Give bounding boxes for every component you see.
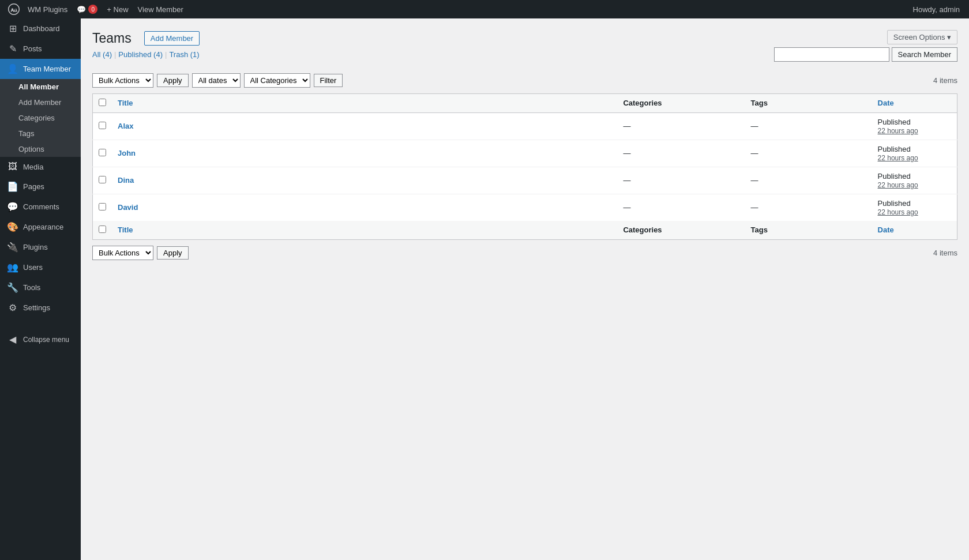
sidebar-item-pages[interactable]: 📄 Pages	[0, 176, 81, 197]
row-date-cell: Published 22 hours ago	[872, 140, 957, 167]
row-title-link[interactable]: Alax	[118, 122, 133, 130]
sidebar-item-users[interactable]: 👥 Users	[0, 257, 81, 277]
row-date-status: Published	[878, 118, 911, 126]
row-checkbox[interactable]	[99, 122, 106, 129]
page-header-left: Teams Add Member	[92, 30, 200, 47]
layout: ⊞ Dashboard ✎ Posts 👤 Team Member All Me…	[0, 18, 969, 560]
row-checkbox[interactable]	[99, 176, 106, 183]
members-table: Title Categories Tags Date	[92, 93, 957, 240]
table-row: John — — Published 22 hours ago	[93, 140, 957, 167]
published-filter-link[interactable]: Published (4)	[118, 50, 163, 59]
row-date-status: Published	[878, 145, 911, 153]
categories-filter-select[interactable]: All Categories	[244, 73, 310, 88]
row-date-cell: Published 22 hours ago	[872, 112, 957, 140]
howdy-link[interactable]: Howdy, admin	[908, 0, 964, 18]
sidebar-item-dashboard[interactable]: ⊞ Dashboard	[0, 18, 81, 39]
sidebar-item-appearance[interactable]: 🎨 Appearance	[0, 217, 81, 237]
search-input[interactable]	[774, 47, 889, 62]
sidebar-item-media[interactable]: 🖼 Media	[0, 157, 81, 176]
row-title-link[interactable]: Dina	[118, 176, 134, 185]
row-title-link[interactable]: John	[118, 149, 136, 157]
collapse-menu-button[interactable]: ◀ Collapse menu	[0, 329, 81, 349]
row-checkbox-cell	[93, 140, 112, 167]
row-checkbox-cell	[93, 167, 112, 194]
row-date-time-link[interactable]: 22 hours ago	[878, 154, 918, 162]
row-date-time-link[interactable]: 22 hours ago	[878, 127, 918, 135]
items-count-bottom: 4 items	[933, 249, 957, 257]
submenu-item-add-member[interactable]: Add Member	[0, 95, 81, 110]
tools-icon: 🔧	[7, 282, 18, 293]
date-column-footer: Date	[872, 221, 957, 240]
toolbar-top: Bulk Actions Apply All dates All Categor…	[92, 73, 957, 88]
row-date-time-link[interactable]: 22 hours ago	[878, 181, 918, 189]
media-icon: 🖼	[7, 161, 18, 172]
title-sort-link[interactable]: Title	[118, 99, 133, 107]
table-row: David — — Published 22 hours ago	[93, 194, 957, 221]
comment-count: 0	[88, 5, 97, 14]
view-member-link[interactable]: View Member	[133, 0, 188, 18]
comments-icon: 💬	[7, 201, 18, 212]
all-filter-link[interactable]: All (4)	[92, 50, 112, 59]
dashboard-icon: ⊞	[7, 23, 18, 34]
sidebar-item-posts[interactable]: ✎ Posts	[0, 39, 81, 59]
row-checkbox[interactable]	[99, 149, 106, 156]
select-all-footer	[93, 221, 112, 240]
header-right: Screen Options ▾	[887, 30, 957, 44]
sidebar-item-settings[interactable]: ⚙ Settings	[0, 298, 81, 318]
sidebar-item-team-member[interactable]: 👤 Team Member	[0, 59, 81, 79]
plugins-icon: 🔌	[7, 242, 18, 253]
date-sort-link[interactable]: Date	[878, 99, 894, 107]
select-all-footer-checkbox[interactable]	[99, 225, 106, 233]
filter-button[interactable]: Filter	[314, 74, 343, 87]
row-title-link[interactable]: David	[118, 203, 138, 212]
search-member-button[interactable]: Search Member	[892, 47, 957, 62]
bulk-actions-select-top[interactable]: Bulk Actions	[92, 73, 153, 88]
sidebar-item-tools[interactable]: 🔧 Tools	[0, 277, 81, 298]
dates-filter-select[interactable]: All dates	[192, 73, 241, 88]
site-name[interactable]: WM Plugins	[23, 0, 72, 18]
submenu-item-tags[interactable]: Tags	[0, 126, 81, 141]
title-column-footer: Title	[112, 221, 617, 240]
row-tags-cell: —	[745, 140, 872, 167]
submenu-item-categories[interactable]: Categories	[0, 110, 81, 126]
comments-link[interactable]: 💬 0	[72, 0, 102, 18]
page-header: Teams Add Member Screen Options ▾	[92, 30, 957, 47]
row-title-cell: Dina	[112, 167, 617, 194]
adminbar-right: Howdy, admin	[908, 0, 964, 18]
admin-menu: ⊞ Dashboard ✎ Posts 👤 Team Member All Me…	[0, 18, 81, 560]
tags-column-header: Tags	[745, 93, 872, 112]
bulk-actions-select-bottom[interactable]: Bulk Actions	[92, 246, 153, 260]
select-all-checkbox[interactable]	[99, 99, 106, 106]
sidebar-item-comments[interactable]: 💬 Comments	[0, 197, 81, 217]
tags-column-footer: Tags	[745, 221, 872, 240]
categories-column-header: Categories	[617, 93, 745, 112]
apply-button-bottom[interactable]: Apply	[157, 246, 189, 260]
row-checkbox[interactable]	[99, 203, 106, 211]
appearance-icon: 🎨	[7, 221, 18, 232]
collapse-icon: ◀	[7, 334, 18, 345]
search-bar: Search Member	[774, 47, 957, 62]
team-member-icon: 👤	[7, 63, 18, 74]
row-categories-cell: —	[617, 167, 745, 194]
trash-filter-link[interactable]: Trash (1)	[169, 50, 199, 59]
pages-icon: 📄	[7, 181, 18, 192]
new-content-link[interactable]: + New	[102, 0, 133, 18]
date-column-header: Date	[872, 93, 957, 112]
users-icon: 👥	[7, 262, 18, 273]
date-sort-link-footer[interactable]: Date	[878, 225, 894, 234]
submenu-item-all-member[interactable]: All Member	[0, 79, 81, 95]
row-checkbox-cell	[93, 112, 112, 140]
add-member-button[interactable]: Add Member	[144, 31, 200, 46]
row-tags-cell: —	[745, 167, 872, 194]
sidebar-item-plugins[interactable]: 🔌 Plugins	[0, 237, 81, 257]
row-date-time-link[interactable]: 22 hours ago	[878, 208, 918, 216]
submenu-item-options[interactable]: Options	[0, 141, 81, 157]
table-row: Alax — — Published 22 hours ago	[93, 112, 957, 140]
title-sort-link-footer[interactable]: Title	[118, 225, 133, 234]
page-title: Teams	[92, 30, 132, 47]
screen-options-button[interactable]: Screen Options ▾	[887, 30, 957, 44]
row-title-cell: David	[112, 194, 617, 221]
wp-logo[interactable]	[5, 0, 23, 18]
apply-button-top[interactable]: Apply	[157, 74, 189, 87]
select-all-header	[93, 93, 112, 112]
